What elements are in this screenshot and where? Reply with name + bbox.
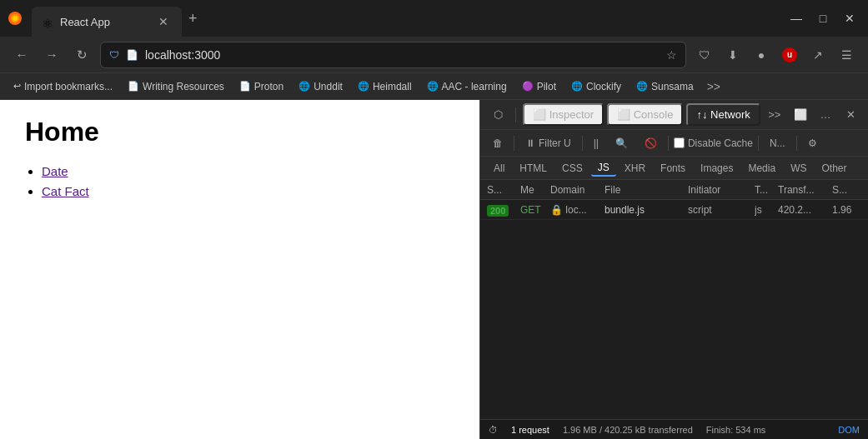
tab-console[interactable]: ⬜ Console	[607, 103, 683, 126]
filter-tab-fonts[interactable]: Fonts	[654, 161, 692, 176]
filter-tab-media[interactable]: Media	[741, 161, 782, 176]
filter-tab-html[interactable]: HTML	[513, 161, 554, 176]
filter-tab-js[interactable]: JS	[591, 160, 616, 177]
col-header-method[interactable]: Me	[520, 184, 550, 196]
pause-recording-button[interactable]: ||	[588, 134, 605, 152]
tab-network[interactable]: ↑↓ Network	[686, 103, 760, 126]
row-method: GET	[520, 204, 550, 216]
address-bar[interactable]: 🛡 📄 localhost:3000 ☆	[100, 42, 686, 68]
import-icon: ↩	[13, 81, 21, 92]
bookmark-sunsama[interactable]: 🌐 Sunsama	[630, 78, 700, 95]
active-tab[interactable]: ⚛ React App ✕	[32, 7, 182, 37]
filter-tab-other[interactable]: Other	[815, 161, 853, 176]
no-search-button[interactable]: 🚫	[639, 134, 663, 152]
network-column-headers: S... Me Domain File Initiator T... Trans…	[480, 180, 868, 200]
inspector-tab-icon: ⬜	[533, 108, 546, 121]
separator	[514, 136, 514, 151]
devtools-controls: ⬜ … ✕	[790, 104, 861, 126]
row-initiator: script	[688, 204, 755, 216]
bookmark-import[interactable]: ↩ Import bookmarks...	[7, 78, 119, 95]
page-icon: 📄	[126, 49, 138, 61]
col-header-initiator[interactable]: Initiator	[688, 184, 755, 196]
folder-icon: 📄	[128, 81, 139, 92]
network-settings-button[interactable]: ⚙	[802, 134, 823, 152]
disable-cache-checkbox[interactable]	[674, 137, 685, 148]
bookmarks-more-button[interactable]: >>	[702, 77, 725, 96]
bookmark-pilot[interactable]: 🟣 Pilot	[515, 78, 563, 95]
bookmark-unddit[interactable]: 🌐 Unddit	[292, 78, 349, 95]
menu-button[interactable]: ☰	[835, 43, 858, 67]
row-size: 1.96	[832, 204, 861, 216]
dock-button[interactable]: ⬜	[790, 104, 811, 126]
more-options-button[interactable]: …	[815, 104, 836, 126]
filter-tab-all[interactable]: All	[487, 161, 511, 176]
filter-u-button[interactable]: ⏸ Filter U	[519, 134, 577, 152]
maximize-button[interactable]: □	[811, 7, 835, 30]
col-header-status[interactable]: S...	[487, 184, 520, 196]
transfer-size: 1.96 MB / 420.25 kB transferred	[563, 425, 693, 435]
console-tab-label: Console	[634, 108, 674, 121]
col-header-size[interactable]: S...	[832, 184, 861, 196]
cat-fact-link[interactable]: Cat Fact	[42, 184, 89, 198]
separator	[796, 136, 797, 151]
tab-favicon: ⚛	[42, 16, 53, 27]
tab-inspector[interactable]: ⬜ Inspector	[523, 103, 604, 126]
tab-title: React App	[60, 16, 148, 28]
download-button[interactable]: ⬇	[721, 43, 745, 67]
svg-point-2	[13, 16, 18, 21]
bookmark-label: Sunsama	[651, 81, 694, 92]
status-timer-icon: ⏱	[489, 425, 498, 435]
devtools-panel: ⬡ ⬜ Inspector ⬜ Console ↑↓ Network >> ⬜	[479, 100, 868, 439]
bookmark-clockify[interactable]: 🌐 Clockify	[564, 78, 628, 95]
content-area: Home Date Cat Fact ⬡ ⬜ Inspector	[0, 100, 868, 439]
pocket-button[interactable]: 🛡	[693, 43, 716, 67]
bookmark-proton[interactable]: 📄 Proton	[233, 78, 290, 95]
row-file: bundle.js	[605, 204, 688, 216]
globe-icon: 🌐	[427, 81, 439, 92]
network-row[interactable]: 200 GET 🔒 loc... bundle.js script js 420…	[480, 200, 868, 220]
tab-close-button[interactable]: ✕	[155, 13, 172, 30]
clear-network-button[interactable]: 🗑	[487, 134, 509, 152]
extensions-button[interactable]: ↗	[806, 43, 830, 67]
col-header-transfer[interactable]: Transf...	[778, 184, 832, 196]
col-header-file[interactable]: File	[605, 184, 688, 196]
url-text: localhost:3000	[145, 48, 660, 62]
col-header-type[interactable]: T...	[755, 184, 778, 196]
bookmark-label: Pilot	[537, 81, 556, 92]
filter-tab-css[interactable]: CSS	[555, 161, 590, 176]
bookmark-label: Import bookmarks...	[24, 81, 113, 92]
inspector-toggle-button[interactable]: ⬡	[487, 104, 509, 126]
minimize-button[interactable]: —	[785, 7, 808, 30]
disable-cache-label[interactable]: Disable Cache	[674, 137, 753, 149]
filter-tab-images[interactable]: Images	[694, 161, 740, 176]
bookmark-star-button[interactable]: ☆	[666, 48, 677, 62]
close-button[interactable]: ✕	[838, 7, 861, 30]
console-tab-icon: ⬜	[617, 108, 630, 121]
throttle-select[interactable]: N...	[764, 134, 791, 152]
more-tabs-button[interactable]: >>	[764, 104, 785, 126]
folder-icon: 📄	[239, 81, 251, 92]
close-devtools-button[interactable]: ✕	[840, 104, 861, 126]
row-transfer: 420.2...	[778, 204, 832, 216]
filter-tab-ws[interactable]: WS	[784, 161, 813, 176]
bookmark-heimdall[interactable]: 🌐 Heimdall	[351, 78, 419, 95]
refresh-button[interactable]: ↻	[70, 43, 93, 67]
bookmark-label: AAC - learning	[442, 81, 507, 92]
back-button[interactable]: ←	[10, 43, 33, 67]
new-tab-button[interactable]: +	[182, 0, 204, 37]
bookmark-aac[interactable]: 🌐 AAC - learning	[420, 78, 514, 95]
sync-button[interactable]: ●	[750, 43, 773, 67]
date-link[interactable]: Date	[42, 164, 68, 178]
dom-link[interactable]: DOM	[838, 425, 860, 435]
bookmark-writing-resources[interactable]: 📄 Writing Resources	[121, 78, 231, 95]
bookmark-label: Proton	[254, 81, 283, 92]
col-header-domain[interactable]: Domain	[550, 184, 605, 196]
account-button[interactable]: u	[778, 43, 801, 67]
browser-window: ⚛ React App ✕ + — □ ✕ ← → ↻ 🛡 📄 localhos…	[0, 0, 868, 439]
search-network-button[interactable]: 🔍	[610, 134, 634, 152]
page-title: Home	[25, 117, 454, 147]
forward-button[interactable]: →	[40, 43, 63, 67]
filter-tab-xhr[interactable]: XHR	[618, 161, 652, 176]
row-status: 200	[487, 202, 520, 217]
lock-icon: 🔒	[550, 204, 563, 216]
